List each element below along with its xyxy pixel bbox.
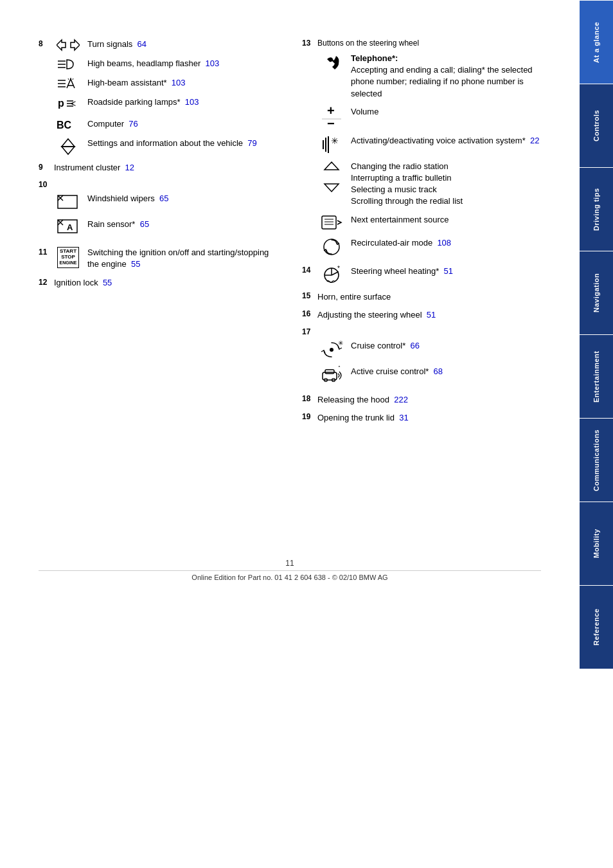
tab-communications[interactable]: Communications bbox=[580, 418, 613, 502]
item-13-header-text: Buttons on the steering wheel bbox=[317, 39, 419, 48]
item-10-group: 10 Windshi bbox=[39, 180, 283, 238]
item-9: 9 Instrument cluster 12 bbox=[39, 162, 283, 174]
item-19-number: 19 bbox=[302, 412, 317, 421]
computer-link[interactable]: 76 bbox=[129, 119, 138, 129]
item-16-link[interactable]: 51 bbox=[427, 310, 436, 320]
entertainment-source-text: Next entertainment source bbox=[351, 214, 541, 226]
parking-lamps-icon: p < bbox=[54, 96, 82, 109]
tab-entertainment[interactable]: Entertainment bbox=[580, 334, 613, 418]
parking-lamps-link[interactable]: 103 bbox=[185, 97, 199, 107]
item-19-text: Opening the trunk lid 31 bbox=[317, 412, 541, 424]
item-settings-info: Settings and information about the vehic… bbox=[54, 138, 283, 156]
computer-icon: BC bbox=[54, 118, 82, 131]
item-12-link[interactable]: 55 bbox=[103, 278, 112, 287]
tab-reference[interactable]: Reference bbox=[580, 585, 613, 669]
settings-info-icon bbox=[54, 138, 82, 156]
item-10-number: 10 bbox=[39, 180, 283, 189]
active-cruise-text: Active cruise control* 68 bbox=[351, 366, 541, 377]
item-9-link[interactable]: 12 bbox=[125, 163, 134, 172]
item-18-link[interactable]: 222 bbox=[394, 395, 408, 404]
tab-mobility[interactable]: Mobility bbox=[580, 502, 613, 585]
item-entertainment-source: Next entertainment source bbox=[317, 214, 541, 231]
svg-line-11 bbox=[68, 78, 69, 80]
item-17-group: 17 ✳ bbox=[302, 327, 541, 385]
item-9-text: Instrument cluster 12 bbox=[54, 162, 283, 174]
item-16: 16 Adjusting the steering wheel 51 bbox=[302, 309, 541, 321]
svg-text:*: * bbox=[338, 366, 341, 371]
tab-at-a-glance[interactable]: At a glance bbox=[580, 0, 613, 84]
high-beams-text: High beams, headlamp flasher 103 bbox=[87, 58, 283, 69]
settings-info-text: Settings and information about the vehic… bbox=[87, 138, 283, 149]
svg-marker-0 bbox=[57, 40, 66, 50]
item-13-header: 13 Buttons on the steering wheel bbox=[302, 39, 541, 48]
item-16-number: 16 bbox=[302, 309, 317, 318]
tab-driving-tips[interactable]: Driving tips bbox=[580, 167, 613, 251]
computer-text: Computer 76 bbox=[87, 118, 283, 130]
high-beams-icon bbox=[54, 58, 82, 71]
item-11: 11 STARTSTOPENGINE Switching the ignitio… bbox=[39, 247, 283, 270]
turn-signals-link[interactable]: 64 bbox=[138, 39, 147, 49]
item-15: 15 Horn, entire surface bbox=[302, 291, 541, 303]
item-16-text: Adjusting the steering wheel 51 bbox=[317, 309, 541, 321]
item-11-link[interactable]: 55 bbox=[131, 259, 140, 269]
right-column: 13 Buttons on the steering wheel Telepho… bbox=[302, 39, 541, 430]
item-11-number: 11 bbox=[39, 248, 51, 257]
svg-rect-49 bbox=[325, 370, 334, 374]
item-15-text: Horn, entire surface bbox=[317, 291, 541, 303]
wipers-link[interactable]: 65 bbox=[159, 194, 168, 203]
svg-text:p: p bbox=[58, 98, 64, 109]
footer: 11 Online Edition for Part no. 01 41 2 6… bbox=[39, 559, 541, 581]
wipers-text: Windshield wipers 65 bbox=[87, 193, 283, 204]
item-turn-signals: 8 Turn signals 64 bbox=[39, 39, 283, 51]
page-container: At a glance Controls Driving tips Naviga… bbox=[0, 0, 613, 868]
svg-rect-36 bbox=[322, 216, 336, 229]
item-14: 14 * bbox=[302, 266, 541, 285]
item-9-number: 9 bbox=[39, 163, 51, 172]
item-19-link[interactable]: 31 bbox=[399, 413, 408, 422]
cruise-link[interactable]: 66 bbox=[410, 341, 419, 350]
columns: 8 Turn signals 64 bbox=[39, 39, 541, 430]
item-radio-controls: Changing the radio station Interrupting … bbox=[317, 161, 541, 208]
side-tabs: At a glance Controls Driving tips Naviga… bbox=[580, 0, 613, 868]
footer-divider bbox=[39, 570, 541, 571]
recirculate-link[interactable]: 108 bbox=[437, 238, 451, 248]
radio-controls-text: Changing the radio station Interrupting … bbox=[351, 161, 541, 208]
active-cruise-link[interactable]: 68 bbox=[434, 366, 443, 376]
volume-text: Volume bbox=[351, 106, 541, 118]
svg-text:✳: ✳ bbox=[338, 340, 343, 347]
item-14-number: 14 bbox=[302, 266, 317, 275]
high-beam-assist-icon bbox=[54, 77, 82, 90]
tab-controls[interactable]: Controls bbox=[580, 84, 613, 167]
item-14-text: Steering wheel heating* 51 bbox=[351, 266, 541, 277]
item-11-text: Switching the ignition on/off and starti… bbox=[87, 247, 283, 270]
svg-text:*: * bbox=[337, 266, 340, 272]
item-high-beam-assist: High-beam assistant* 103 bbox=[54, 77, 283, 90]
turn-signals-icon bbox=[54, 39, 82, 51]
page-number: 11 bbox=[39, 559, 541, 568]
active-cruise-icon: * bbox=[317, 366, 346, 385]
item-8-group: 8 Turn signals 64 bbox=[39, 39, 283, 109]
item-17-number: 17 bbox=[302, 327, 541, 336]
rain-sensor-link[interactable]: 65 bbox=[140, 219, 149, 229]
settings-info-link[interactable]: 79 bbox=[247, 138, 256, 148]
item-18-number: 18 bbox=[302, 394, 317, 403]
steering-heat-icon: * bbox=[317, 266, 346, 285]
svg-line-10 bbox=[73, 78, 73, 80]
high-beams-link[interactable]: 103 bbox=[206, 59, 220, 68]
svg-marker-35 bbox=[324, 184, 339, 192]
svg-marker-19 bbox=[62, 147, 75, 154]
main-content: 8 Turn signals 64 bbox=[0, 0, 580, 868]
tab-navigation[interactable]: Navigation bbox=[580, 251, 613, 334]
item-19: 19 Opening the trunk lid 31 bbox=[302, 412, 541, 424]
svg-text:BC: BC bbox=[57, 120, 72, 131]
item-telephone: Telephone*: Accepting and ending a call;… bbox=[317, 53, 541, 100]
rain-sensor-icon: A bbox=[54, 219, 82, 238]
svg-text:✳: ✳ bbox=[331, 136, 339, 146]
item-15-number: 15 bbox=[302, 291, 317, 300]
svg-text:<: < bbox=[71, 98, 76, 109]
item-parking-lamps: p < Roadside parking lamps* 103 bbox=[54, 96, 283, 109]
high-beam-assist-link[interactable]: 103 bbox=[172, 78, 186, 87]
voice-activation-link[interactable]: 22 bbox=[530, 136, 539, 145]
item-14-link[interactable]: 51 bbox=[444, 266, 453, 276]
telephone-text: Telephone*: Accepting and ending a call;… bbox=[351, 53, 541, 100]
